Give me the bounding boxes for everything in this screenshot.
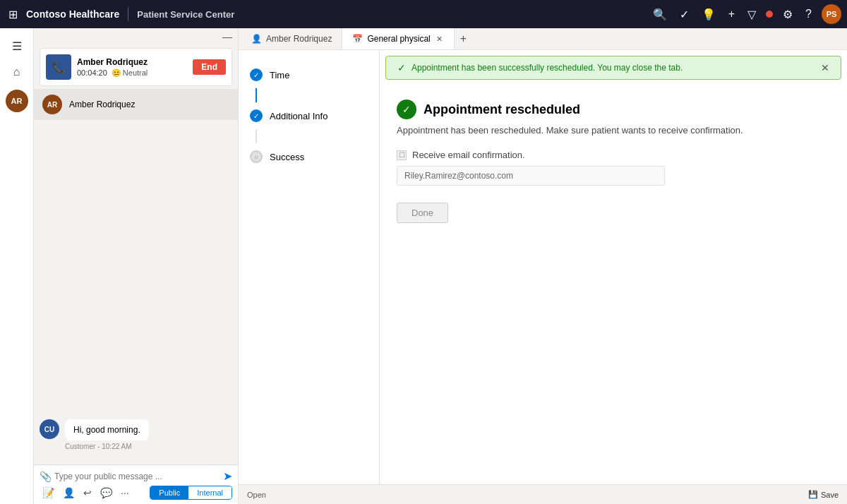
main-content: 👤 Amber Rodriquez 📅 General physical ✕ +… <box>239 28 847 504</box>
chat-tool-button[interactable]: 💬 <box>97 486 115 500</box>
attachment-button[interactable]: 📎 <box>40 471 52 482</box>
sidebar-avatar[interactable]: AR <box>6 90 28 112</box>
minimize-button[interactable]: — <box>222 31 232 42</box>
check-icon[interactable]: ✓ <box>677 6 692 23</box>
sentiment-label: Neutral <box>123 68 148 77</box>
step-label-success: Success <box>270 152 304 162</box>
workflow-step-additional: ✓ Additional Info <box>239 102 379 129</box>
more-tool-button[interactable]: ··· <box>118 486 132 500</box>
workflow-panel: ✓ Time ✓ Additional Info ○ Success <box>239 50 380 484</box>
apps-grid-icon[interactable]: ⊞ <box>6 5 20 24</box>
step-label-time: Time <box>270 70 289 80</box>
customer-avatar: CU <box>40 419 59 439</box>
active-call-card: 📞 Amber Rodriquez 00:04:20 😐 Neutral End <box>40 48 232 86</box>
content-area: ✓ Time ✓ Additional Info ○ Success <box>239 50 847 484</box>
filter-icon[interactable]: ▽ <box>745 6 759 23</box>
success-banner: ✓ Appointment has been successfully resc… <box>385 56 841 80</box>
tab-general-label: General physical <box>367 34 430 44</box>
sidebar: ☰ ⌂ AR <box>0 28 34 504</box>
tab-person-icon: 👤 <box>251 34 262 44</box>
call-avatar-icon: 📞 <box>46 54 71 80</box>
settings-icon[interactable]: ⚙ <box>780 6 795 23</box>
appointment-title-row: ✓ Appointment rescheduled <box>397 100 830 119</box>
notes-tool-button[interactable]: 📝 <box>40 486 57 500</box>
send-button[interactable]: ➤ <box>223 469 232 483</box>
appointment-content: ✓ Appointment rescheduled Appointment ha… <box>380 85 847 484</box>
brand-title: Contoso Healthcare Patient Service Cente… <box>26 7 234 21</box>
email-input[interactable]: Riley.Ramirez@contoso.com <box>397 166 665 186</box>
visibility-toggle: Public Internal <box>150 486 232 500</box>
step-circle-success: ○ <box>250 150 263 163</box>
tab-calendar-icon: 📅 <box>352 34 363 44</box>
step-line-1 <box>256 88 257 102</box>
notification-dot <box>766 11 773 18</box>
tab-amber-label: Amber Rodriquez <box>266 34 332 44</box>
help-icon[interactable]: ? <box>803 6 815 22</box>
call-info: Amber Rodriquez 00:04:20 😐 Neutral <box>77 57 187 78</box>
save-icon: 💾 <box>808 490 818 499</box>
top-nav-right: 🔍 ✓ 💡 + ▽ ⚙ ? PS <box>650 4 841 24</box>
appointment-check-icon: ✓ <box>397 100 416 119</box>
banner-text: Appointment has been successfully resche… <box>412 63 683 73</box>
step-circle-additional: ✓ <box>250 109 263 122</box>
nav-divider <box>128 7 128 21</box>
email-confirm-label: Receive email confirmation. <box>412 150 525 160</box>
banner-check-icon: ✓ <box>397 62 406 73</box>
appointment-panel: ✓ Appointment has been successfully resc… <box>380 50 847 484</box>
app-layout: ☰ ⌂ AR — 📞 Amber Rodriquez 00:04:20 😐 Ne… <box>0 28 847 504</box>
tabs-bar: 👤 Amber Rodriquez 📅 General physical ✕ + <box>239 28 847 50</box>
step-label-additional: Additional Info <box>270 111 328 121</box>
call-timer: 00:04:20 <box>77 68 107 77</box>
step-circle-time: ✓ <box>250 68 263 81</box>
add-icon[interactable]: + <box>726 6 738 22</box>
chat-input[interactable] <box>54 472 220 481</box>
workflow-step-time: ✓ Time <box>239 61 379 88</box>
public-toggle-button[interactable]: Public <box>150 486 188 499</box>
call-meta: 00:04:20 😐 Neutral <box>77 68 187 78</box>
chat-input-row: 📎 ➤ <box>40 469 232 483</box>
hamburger-icon[interactable]: ☰ <box>6 34 28 59</box>
agent-panel: — 📞 Amber Rodriquez 00:04:20 😐 Neutral E… <box>34 28 239 504</box>
step-line-2 <box>256 129 257 143</box>
sidebar-item-home[interactable]: ⌂ <box>0 59 33 85</box>
tab-amber[interactable]: 👤 Amber Rodriquez <box>241 28 342 49</box>
panel-minimize-row: — <box>34 28 238 45</box>
person-tool-button[interactable]: 👤 <box>60 486 78 500</box>
appointment-description: Appointment has been rescheduled. Make s… <box>397 125 830 136</box>
workflow-step-success: ○ Success <box>239 143 379 170</box>
appointment-title: Appointment rescheduled <box>424 102 580 117</box>
chat-message-text: Hi, good morning. <box>73 425 140 435</box>
chat-message: CU Hi, good morning. Customer - 10:22 AM <box>40 419 232 450</box>
sentiment-icon: 😐 <box>112 68 121 78</box>
contact-list-item[interactable]: AR Amber Rodriquez <box>34 89 238 120</box>
chat-meta: Customer - 10:22 AM <box>65 443 149 450</box>
chat-input-area: 📎 ➤ 📝 👤 ↩ 💬 ··· Public Internal <box>34 464 238 504</box>
end-call-button[interactable]: End <box>193 59 226 75</box>
add-tab-button[interactable]: + <box>455 30 472 48</box>
user-avatar[interactable]: PS <box>822 4 841 24</box>
email-checkbox[interactable]: ☐ <box>397 150 407 160</box>
banner-close-button[interactable]: ✕ <box>821 62 829 73</box>
search-icon[interactable]: 🔍 <box>650 6 670 23</box>
chat-area: CU Hi, good morning. Customer - 10:22 AM <box>34 120 238 464</box>
open-status: Open <box>247 491 266 499</box>
chat-bubble-wrapper: Hi, good morning. Customer - 10:22 AM <box>65 419 149 450</box>
caller-name: Amber Rodriquez <box>77 57 187 67</box>
reply-tool-button[interactable]: ↩ <box>80 486 95 500</box>
top-navigation: ⊞ Contoso Healthcare Patient Service Cen… <box>0 0 847 28</box>
sub-title: Patient Service Center <box>137 9 234 20</box>
chat-bubble-content: Hi, good morning. <box>65 419 149 440</box>
status-bar: Open 💾 Save <box>239 484 847 504</box>
lightbulb-icon[interactable]: 💡 <box>699 6 719 23</box>
internal-toggle-button[interactable]: Internal <box>188 486 232 499</box>
tab-close-button[interactable]: ✕ <box>435 35 444 44</box>
brand-name: Contoso Healthcare <box>26 8 119 20</box>
save-button[interactable]: 💾 Save <box>808 490 839 499</box>
contact-avatar: AR <box>42 95 62 114</box>
call-sentiment: 😐 Neutral <box>112 68 148 78</box>
tab-general-physical[interactable]: 📅 General physical ✕ <box>342 28 454 49</box>
done-button[interactable]: Done <box>397 203 448 223</box>
save-label: Save <box>821 491 839 499</box>
chat-toolbar: 📝 👤 ↩ 💬 ··· Public Internal <box>40 483 232 500</box>
home-icon: ⌂ <box>13 66 20 78</box>
